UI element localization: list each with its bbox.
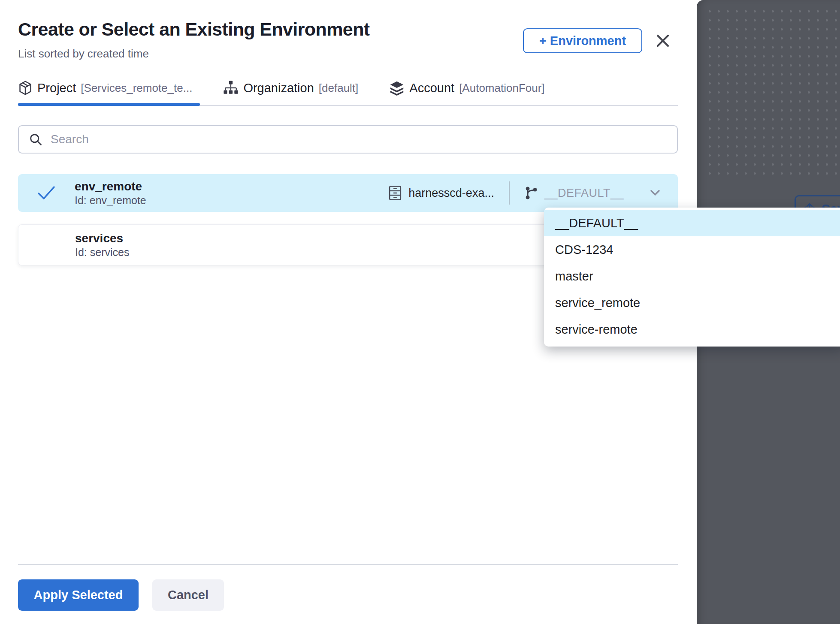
environment-row-env-remote[interactable]: env_remote Id: env_remote harnesscd-exa.… <box>18 174 678 212</box>
branch-dropdown-menu: __DEFAULT__ CDS-1234 master service_remo… <box>544 208 840 347</box>
check-icon <box>35 184 57 202</box>
search-box <box>18 125 678 154</box>
branch-option-master[interactable]: master <box>544 263 840 289</box>
repository-icon <box>388 185 402 201</box>
repository-name: harnesscd-exa... <box>408 187 494 200</box>
active-tab-indicator <box>18 103 200 106</box>
environment-id: Id: services <box>75 247 129 258</box>
branch-selector-value[interactable]: __DEFAULT__ <box>544 187 624 200</box>
org-chart-icon <box>223 80 239 96</box>
environment-name: env_remote <box>75 180 146 193</box>
tab-organization[interactable]: Organization [default] <box>223 80 358 96</box>
branch-option-service-underscore-remote[interactable]: service_remote <box>544 289 840 316</box>
cancel-button[interactable]: Cancel <box>152 579 224 611</box>
environment-name: services <box>75 232 129 244</box>
page-title: Create or Select an Existing Environment <box>18 19 370 40</box>
close-button[interactable] <box>653 31 673 51</box>
apply-selected-button[interactable]: Apply Selected <box>18 579 139 611</box>
environment-id: Id: env_remote <box>75 195 146 206</box>
new-environment-button[interactable]: + Environment <box>523 28 642 53</box>
close-icon <box>655 33 671 49</box>
tab-label: Organization <box>243 81 314 95</box>
git-branch-icon <box>524 186 538 200</box>
scope-tabs: Project [Services_remote_te... Organizat… <box>18 75 545 100</box>
tab-account[interactable]: Account [AutomationFour] <box>389 80 544 96</box>
branch-option-default[interactable]: __DEFAULT__ <box>544 210 840 236</box>
sort-hint-text: List sorted by created time <box>18 47 149 60</box>
branch-option-service-dash-remote[interactable]: service-remote <box>544 316 840 343</box>
search-icon <box>28 132 43 147</box>
tab-project[interactable]: Project [Services_remote_te... <box>18 80 192 96</box>
tab-label: Account <box>409 81 454 95</box>
canvas-dot-grid <box>703 4 840 178</box>
layers-icon <box>389 80 405 96</box>
search-input[interactable] <box>50 132 668 147</box>
tab-scope: [default] <box>319 81 359 95</box>
cube-icon <box>18 80 33 96</box>
footer-divider <box>18 564 678 565</box>
tab-scope: [Services_remote_te... <box>81 81 192 95</box>
tab-scope: [AutomationFour] <box>459 81 544 95</box>
branch-option-cds-1234[interactable]: CDS-1234 <box>544 236 840 263</box>
vertical-divider <box>509 181 510 205</box>
chevron-down-icon[interactable] <box>649 189 662 197</box>
tab-label: Project <box>37 81 76 95</box>
